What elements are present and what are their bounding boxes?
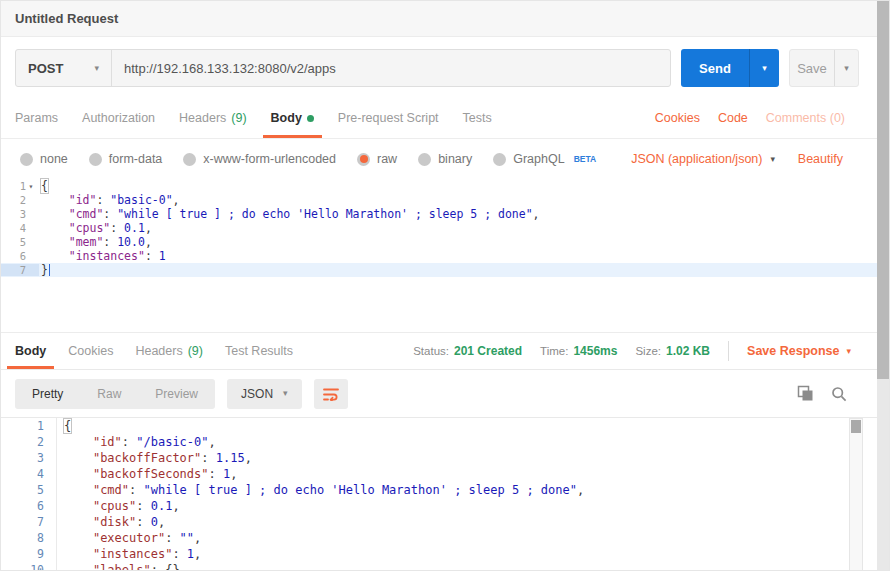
code-link[interactable]: Code (718, 111, 748, 125)
code-line: 7 "disk": 0, (1, 514, 879, 530)
response-tab-test-results[interactable]: Test Results (225, 333, 293, 369)
code-line: 8 "executor": "", (1, 530, 879, 546)
code-token: : (172, 547, 186, 561)
copy-icon[interactable] (797, 385, 814, 402)
send-options-button[interactable]: ▾ (749, 49, 779, 87)
line-number: 6 (1, 498, 57, 514)
request-title[interactable]: Untitled Request (15, 11, 118, 26)
code-token: : (145, 249, 159, 263)
code-token: "backoffSeconds" (93, 467, 209, 481)
body-mode-binary[interactable]: binary (418, 152, 472, 166)
line-number: 7 (1, 264, 39, 276)
response-tab-body[interactable]: Body (15, 333, 46, 369)
code-line: 5 "cmd": "while [ true ] ; do echo 'Hell… (1, 482, 879, 498)
body-mode-label: x-www-form-urlencoded (203, 152, 336, 166)
code-token: "while [ true ] ; do echo 'Hello Maratho… (117, 207, 532, 221)
line-number: 5 (1, 482, 57, 498)
tab-label: Authorization (82, 111, 155, 125)
body-mode-x-www-form-urlencoded[interactable]: x-www-form-urlencoded (183, 152, 336, 166)
response-stats: Status: 201 Created Time: 1456ms Size: 1… (413, 341, 879, 361)
url-input[interactable] (112, 50, 670, 86)
chevron-down-icon: ▾ (762, 64, 767, 73)
line-number-value: 2 (37, 435, 44, 449)
view-pretty[interactable]: Pretty (15, 387, 80, 401)
response-format-select[interactable]: JSON ▾ (227, 379, 302, 409)
page-scrollbar[interactable] (877, 1, 889, 571)
status-value: 201 Created (454, 344, 522, 358)
code-text: "mem": 10.0, (39, 235, 152, 249)
status-label: Status: (413, 345, 449, 357)
method-select[interactable]: POST ▾ (16, 50, 112, 86)
comments-link[interactable]: Comments (0) (766, 111, 845, 125)
body-mode-label: raw (377, 152, 397, 166)
code-token: "" (180, 531, 194, 545)
line-number: 4 (1, 466, 57, 482)
wrap-text-button[interactable] (314, 379, 348, 409)
code-token (64, 451, 93, 465)
tab-body[interactable]: Body (271, 98, 314, 138)
page-scrollbar-thumb[interactable] (877, 1, 889, 379)
code-token: , (245, 451, 252, 465)
code-line: 4 "backoffSeconds": 1, (1, 466, 879, 482)
chevron-down-icon: ▾ (770, 155, 775, 164)
response-tab-headers[interactable]: Headers(9) (135, 333, 203, 369)
line-number: 1▾ (1, 180, 39, 192)
text-cursor (49, 264, 50, 276)
chevron-down-icon: ▾ (94, 64, 99, 73)
response-scrollbar-thumb[interactable] (851, 420, 861, 433)
view-raw[interactable]: Raw (80, 387, 138, 401)
send-button[interactable]: Send (681, 49, 749, 87)
tab-label: Headers (179, 111, 226, 125)
code-token: 10.0 (117, 235, 145, 249)
response-tab-cookies[interactable]: Cookies (68, 333, 113, 369)
tab-authorization[interactable]: Authorization (82, 98, 155, 138)
code-token (41, 249, 69, 263)
code-token: "id" (69, 193, 97, 207)
code-token: : (103, 207, 117, 221)
tab-label: Tests (463, 111, 492, 125)
save-button[interactable]: Save (790, 50, 834, 86)
save-response-button[interactable]: Save Response ▾ (747, 344, 851, 358)
radio-icon (183, 153, 196, 166)
request-body-editor[interactable]: 1▾{2 "id": "basic-0",3 "cmd": "while [ t… (1, 179, 879, 277)
response-meta-bar: BodyCookiesHeaders(9)Test Results Status… (1, 332, 879, 370)
body-mode-none[interactable]: none (20, 152, 68, 166)
code-token: { (63, 418, 72, 434)
response-scrollbar[interactable] (849, 418, 863, 571)
code-token: , (180, 563, 187, 571)
code-token: : (103, 235, 117, 249)
code-token: 0.1 (151, 499, 173, 513)
unsaved-dot-icon (307, 115, 314, 122)
tab-tests[interactable]: Tests (463, 98, 492, 138)
status-stat: Status: 201 Created (413, 344, 522, 358)
body-mode-label: none (40, 152, 68, 166)
content-type-select[interactable]: JSON (application/json) ▾ (631, 152, 775, 166)
body-mode-graphql[interactable]: GraphQLBETA (493, 152, 596, 166)
code-token: : (129, 483, 143, 497)
code-line: 10 "labels": {}, (1, 562, 879, 571)
view-preview[interactable]: Preview (138, 387, 215, 401)
code-token (64, 547, 93, 561)
radio-icon (357, 153, 370, 166)
search-icon[interactable] (831, 386, 847, 402)
code-token: : (96, 193, 110, 207)
tab-label: Headers (135, 344, 182, 358)
tab-pre-request-script[interactable]: Pre-request Script (338, 98, 439, 138)
radio-icon (418, 153, 431, 166)
tab-params[interactable]: Params (15, 98, 58, 138)
line-number-value: 4 (20, 222, 26, 234)
code-token (64, 483, 93, 497)
code-token (41, 207, 69, 221)
save-options-button[interactable]: ▾ (834, 50, 858, 86)
response-body-editor[interactable]: 1{2 "id": "/basic-0",3 "backoffFactor": … (1, 418, 879, 571)
body-mode-form-data[interactable]: form-data (89, 152, 163, 166)
beautify-link[interactable]: Beautify (798, 152, 843, 166)
body-mode-raw[interactable]: raw (357, 152, 397, 166)
code-text: "cmd": "while [ true ] ; do echo 'Hello … (39, 207, 540, 221)
cookies-link[interactable]: Cookies (655, 111, 700, 125)
code-line: 4 "cpus": 0.1, (1, 221, 879, 235)
fold-caret-icon: ▾ (26, 182, 36, 191)
code-line: 5 "mem": 10.0, (1, 235, 879, 249)
tab-headers[interactable]: Headers(9) (179, 98, 247, 138)
code-token: 1.15 (216, 451, 245, 465)
